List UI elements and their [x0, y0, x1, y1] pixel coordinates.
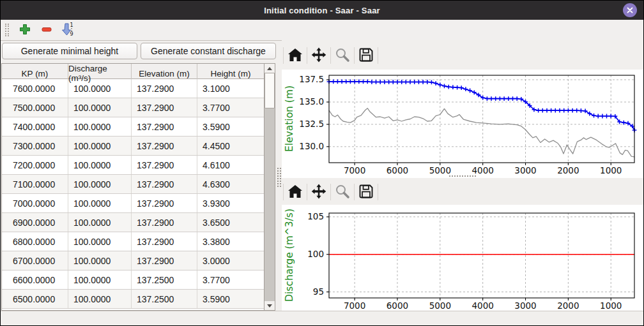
add-icon [19, 24, 31, 37]
table-cell[interactable]: 137.2900 [132, 232, 197, 251]
home-button[interactable] [284, 182, 307, 202]
table-cell[interactable]: 3.9300 [197, 194, 264, 212]
toolbar-separator [378, 184, 378, 200]
table-cell[interactable]: 100.0000 [68, 156, 132, 174]
table-cell[interactable]: 100.0000 [68, 232, 132, 251]
scroll-down-button[interactable] [264, 301, 275, 310]
table-cell[interactable]: 137.2900 [132, 194, 197, 212]
table-cell[interactable]: 100.0000 [68, 213, 132, 232]
save-button[interactable] [355, 182, 378, 202]
remove-row-button[interactable] [37, 21, 56, 39]
table-cell[interactable]: 4.6300 [197, 175, 264, 193]
svg-text:6000: 6000 [387, 300, 408, 311]
table-cell[interactable]: 7200.0000 [2, 156, 68, 174]
save-button[interactable] [355, 45, 378, 66]
svg-text:7000: 7000 [344, 165, 365, 175]
table-cell[interactable]: 100.0000 [68, 117, 132, 136]
horizontal-splitter-grip[interactable] [449, 175, 476, 178]
svg-text:2000: 2000 [557, 300, 579, 311]
table-cell[interactable]: 137.2900 [132, 251, 197, 270]
pan-button[interactable] [307, 182, 330, 202]
table-cell[interactable]: 7500.0000 [2, 98, 68, 117]
table-row[interactable]: 6600.0000100.0000137.25003.7700 [2, 270, 264, 290]
save-icon [358, 47, 374, 65]
table-cell[interactable]: 100.0000 [68, 290, 132, 308]
panel-splitter[interactable] [276, 40, 282, 311]
discharge-chart[interactable]: 700060005000400030002000100010510095Disc… [282, 205, 643, 311]
table-cell[interactable]: 100.0000 [68, 251, 132, 270]
table-cell[interactable]: 3.7700 [197, 270, 264, 289]
table-cell[interactable]: 7000.0000 [2, 194, 68, 212]
home-icon [287, 183, 303, 202]
table-cell[interactable]: 7100.0000 [2, 175, 68, 193]
table-cell[interactable]: 3.5900 [197, 290, 264, 308]
table-cell[interactable]: 7400.0000 [2, 117, 68, 136]
table-cell[interactable]: 3.7700 [197, 98, 264, 117]
table-row[interactable]: 6500.0000100.0000137.25003.5900 [2, 290, 264, 309]
table-row[interactable]: 7100.0000100.0000137.29004.6300 [2, 175, 264, 194]
table-cell[interactable]: 137.2500 [132, 290, 197, 308]
table-cell[interactable]: 100.0000 [68, 79, 132, 98]
table-cell[interactable]: 137.2900 [132, 117, 197, 136]
svg-text:1000: 1000 [600, 165, 622, 175]
toolbar-drag-handle[interactable] [5, 24, 9, 36]
table-cell[interactable]: 137.2500 [132, 270, 197, 289]
table-row[interactable]: 6900.0000100.0000137.29003.6500 [2, 213, 264, 232]
home-button[interactable] [284, 45, 307, 66]
table-row[interactable]: 6700.0000100.0000137.29003.0000 [2, 251, 264, 270]
table-row[interactable]: 7600.0000100.0000137.29003.1000 [2, 79, 264, 98]
table-row[interactable]: 6800.0000100.0000137.29003.3800 [2, 232, 264, 251]
table-vertical-scrollbar[interactable] [264, 63, 275, 311]
table-cell[interactable]: 7600.0000 [2, 79, 68, 98]
splitter-grip-icon [277, 168, 281, 187]
zoom-button[interactable] [331, 182, 354, 202]
pan-button[interactable] [307, 45, 330, 66]
close-button[interactable] [623, 3, 637, 17]
table-row[interactable]: 7500.0000100.0000137.29003.7700 [2, 98, 264, 117]
titlebar[interactable]: Initial condition - Saar - Saar [1, 1, 643, 20]
table-cell[interactable]: 3.3800 [197, 232, 264, 251]
remove-icon [41, 24, 52, 37]
table-cell[interactable]: 100.0000 [68, 270, 132, 289]
table-cell[interactable]: 6700.0000 [2, 251, 68, 270]
table-cell[interactable]: 100.0000 [68, 98, 132, 117]
table-cell[interactable]: 4.6100 [197, 156, 264, 174]
table-cell[interactable]: 100.0000 [68, 194, 132, 212]
table-cell[interactable]: 100.0000 [68, 175, 132, 193]
elevation-chart[interactable]: 7000600050004000300020001000137.5135.013… [282, 70, 643, 178]
table-cell[interactable]: 137.2900 [132, 156, 197, 174]
table-row[interactable]: 7200.0000100.0000137.29004.6100 [2, 156, 264, 175]
table-cell[interactable]: 6900.0000 [2, 213, 68, 232]
zoom-icon [334, 183, 351, 202]
table-row[interactable]: 7400.0000100.0000137.29003.5900 [2, 117, 264, 137]
generate-minimal-height-button[interactable]: Generate minimal height [2, 43, 137, 59]
table-cell[interactable]: 3.0000 [197, 251, 264, 270]
table-row[interactable]: 7000.0000100.0000137.29003.9300 [2, 194, 264, 213]
table-cell[interactable]: 3.6500 [197, 213, 264, 232]
table-cell[interactable]: 6800.0000 [2, 232, 68, 251]
svg-text:7000: 7000 [344, 300, 365, 311]
table-cell[interactable]: 3.5900 [197, 117, 264, 136]
table-cell[interactable]: 137.2900 [132, 79, 197, 98]
main-toolbar: 1 9 [1, 20, 643, 41]
table-cell[interactable]: 100.0000 [68, 137, 132, 155]
scroll-up-button[interactable] [264, 64, 275, 73]
table-cell[interactable]: 137.2900 [132, 213, 197, 232]
zoom-button[interactable] [331, 45, 354, 66]
table-cell[interactable]: 7300.0000 [2, 137, 68, 155]
scrollbar-thumb[interactable] [264, 73, 275, 108]
initial-condition-window: Initial condition - Saar - Saar 1 [0, 0, 644, 326]
table-cell[interactable]: 6500.0000 [2, 290, 68, 308]
table-cell[interactable]: 137.2900 [132, 175, 197, 193]
status-strip [1, 311, 643, 326]
table-cell[interactable]: 137.2900 [132, 137, 197, 155]
table-cell[interactable]: 6600.0000 [2, 270, 68, 289]
generate-constant-discharge-button[interactable]: Generate constant discharge [141, 43, 276, 59]
add-row-button[interactable] [15, 21, 34, 39]
table-cell[interactable]: 3.1000 [197, 79, 264, 98]
table-row[interactable]: 7300.0000100.0000137.29004.4500 [2, 137, 264, 156]
table-cell[interactable]: 4.4500 [197, 137, 264, 155]
table-cell[interactable]: 137.2900 [132, 98, 197, 117]
svg-text:2000: 2000 [557, 165, 579, 175]
sort-ascending-button[interactable]: 1 9 [59, 21, 78, 39]
